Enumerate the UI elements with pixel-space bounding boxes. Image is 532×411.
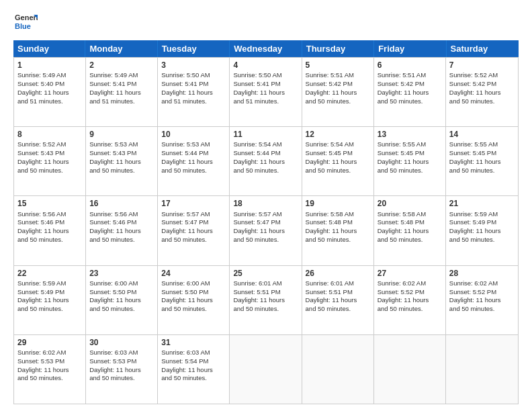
day-info-line: Daylight: 11 hours [161, 158, 226, 167]
day-info-line: and 50 minutes. [449, 305, 515, 314]
day-info-line: Sunrise: 6:02 AM [378, 279, 442, 288]
day-info-line: Daylight: 11 hours [233, 89, 298, 97]
header-day-wednesday: Wednesday [230, 40, 302, 57]
day-number: 31 [161, 337, 226, 348]
calendar-cell: 3Sunrise: 5:50 AMSunset: 5:41 PMDaylight… [158, 58, 230, 126]
day-info-line: Sunset: 5:52 PM [378, 288, 442, 297]
calendar-cell: 28Sunrise: 6:02 AMSunset: 5:52 PMDayligh… [446, 266, 518, 334]
day-info-line: Daylight: 11 hours [17, 296, 82, 305]
day-info-line: Sunrise: 5:58 AM [378, 210, 442, 219]
svg-text:General: General [15, 13, 38, 21]
day-info-line: and 50 minutes. [17, 167, 82, 175]
day-info-line: Sunrise: 6:00 AM [89, 279, 154, 288]
day-info-line: Daylight: 11 hours [233, 296, 298, 305]
calendar-cell: 8Sunrise: 5:52 AMSunset: 5:43 PMDaylight… [14, 127, 86, 195]
day-info-line: Daylight: 11 hours [17, 89, 82, 97]
day-info-line: Sunset: 5:44 PM [233, 149, 298, 158]
calendar-header: SundayMondayTuesdayWednesdayThursdayFrid… [13, 40, 519, 57]
day-number: 13 [378, 129, 442, 140]
day-info-line: and 50 minutes. [17, 236, 82, 244]
day-info-line: Daylight: 11 hours [161, 366, 226, 375]
day-info-line: Daylight: 11 hours [161, 89, 226, 97]
calendar-cell: 23Sunrise: 6:00 AMSunset: 5:50 PMDayligh… [86, 266, 158, 334]
day-number: 19 [306, 198, 370, 209]
header-day-sunday: Sunday [13, 40, 85, 57]
day-info-line: Sunrise: 5:53 AM [161, 140, 226, 149]
day-info-line: and 50 minutes. [89, 236, 154, 244]
day-info-line: Sunset: 5:46 PM [17, 218, 82, 227]
day-number: 17 [161, 198, 226, 209]
day-number: 18 [233, 198, 298, 209]
day-info-line: Sunset: 5:48 PM [306, 218, 370, 227]
day-info-line: Sunset: 5:41 PM [89, 80, 154, 89]
day-number: 9 [89, 129, 154, 140]
calendar-row-3: 22Sunrise: 5:59 AMSunset: 5:49 PMDayligh… [14, 266, 518, 335]
day-info-line: Sunset: 5:46 PM [89, 218, 154, 227]
day-info-line: Sunset: 5:42 PM [378, 80, 442, 89]
day-number: 25 [233, 268, 298, 279]
calendar-cell: 21Sunrise: 5:59 AMSunset: 5:49 PMDayligh… [446, 196, 518, 265]
page: General Blue SundayMondayTuesdayWednesda… [0, 0, 532, 411]
day-info-line: Sunrise: 5:58 AM [306, 210, 370, 219]
day-info-line: and 50 minutes. [161, 167, 226, 175]
day-info-line: Daylight: 11 hours [306, 296, 370, 305]
calendar-cell: 4Sunrise: 5:50 AMSunset: 5:41 PMDaylight… [230, 58, 302, 126]
calendar-cell [230, 335, 302, 404]
calendar-row-2: 15Sunrise: 5:56 AMSunset: 5:46 PMDayligh… [14, 196, 518, 265]
day-info-line: and 50 minutes. [233, 236, 298, 244]
day-info-line: Sunrise: 5:57 AM [233, 210, 298, 219]
day-number: 8 [17, 129, 82, 140]
day-info-line: Sunset: 5:51 PM [233, 288, 298, 297]
calendar-row-4: 29Sunrise: 6:02 AMSunset: 5:53 PMDayligh… [14, 335, 518, 404]
day-info-line: Sunrise: 6:00 AM [161, 279, 226, 288]
day-info-line: Daylight: 11 hours [89, 158, 154, 167]
calendar-cell: 1Sunrise: 5:49 AMSunset: 5:40 PMDaylight… [14, 58, 86, 126]
day-info-line: Sunrise: 5:59 AM [449, 210, 515, 219]
day-number: 26 [306, 268, 370, 279]
day-number: 11 [233, 129, 298, 140]
day-info-line: Daylight: 11 hours [233, 227, 298, 236]
day-info-line: Sunrise: 5:55 AM [449, 140, 515, 149]
day-info-line: and 50 minutes. [449, 236, 515, 244]
day-info-line: and 51 minutes. [89, 97, 154, 106]
calendar-cell: 22Sunrise: 5:59 AMSunset: 5:49 PMDayligh… [14, 266, 86, 334]
calendar-row-1: 8Sunrise: 5:52 AMSunset: 5:43 PMDaylight… [14, 127, 518, 196]
calendar-cell: 19Sunrise: 5:58 AMSunset: 5:48 PMDayligh… [302, 196, 374, 265]
calendar-cell: 13Sunrise: 5:55 AMSunset: 5:45 PMDayligh… [374, 127, 446, 195]
day-info-line: Sunrise: 5:52 AM [17, 140, 82, 149]
day-info-line: and 50 minutes. [306, 305, 370, 314]
header-day-thursday: Thursday [302, 40, 374, 57]
day-info-line: and 50 minutes. [378, 97, 442, 106]
day-info-line: Sunset: 5:41 PM [161, 80, 226, 89]
day-info-line: Sunrise: 5:53 AM [89, 140, 154, 149]
day-number: 24 [161, 268, 226, 279]
day-number: 27 [378, 268, 442, 279]
day-number: 10 [161, 129, 226, 140]
day-info-line: Sunrise: 5:51 AM [306, 71, 370, 80]
calendar-row-0: 1Sunrise: 5:49 AMSunset: 5:40 PMDaylight… [14, 58, 518, 127]
day-info-line: and 50 minutes. [233, 305, 298, 314]
day-info-line: Daylight: 11 hours [89, 227, 154, 236]
day-info-line: and 51 minutes. [233, 97, 298, 106]
day-info-line: Sunset: 5:53 PM [17, 357, 82, 366]
day-info-line: Sunset: 5:43 PM [17, 149, 82, 158]
day-info-line: and 50 minutes. [449, 97, 515, 106]
day-number: 22 [17, 268, 82, 279]
svg-text:Blue: Blue [15, 22, 31, 30]
day-number: 7 [449, 60, 515, 71]
calendar-cell: 11Sunrise: 5:54 AMSunset: 5:44 PMDayligh… [230, 127, 302, 195]
day-info-line: and 50 minutes. [306, 167, 370, 175]
calendar-cell: 16Sunrise: 5:56 AMSunset: 5:46 PMDayligh… [86, 196, 158, 265]
day-info-line: Daylight: 11 hours [17, 158, 82, 167]
day-info-line: Daylight: 11 hours [378, 89, 442, 97]
day-info-line: Sunrise: 6:03 AM [89, 349, 154, 357]
day-info-line: Sunrise: 5:52 AM [449, 71, 515, 80]
day-info-line: Sunset: 5:49 PM [17, 288, 82, 297]
day-number: 4 [233, 60, 298, 71]
day-info-line: Sunset: 5:50 PM [89, 288, 154, 297]
day-info-line: Daylight: 11 hours [449, 296, 515, 305]
day-info-line: Sunset: 5:53 PM [89, 357, 154, 366]
day-number: 2 [89, 60, 154, 71]
calendar-cell: 27Sunrise: 6:02 AMSunset: 5:52 PMDayligh… [374, 266, 446, 334]
day-info-line: Daylight: 11 hours [17, 366, 82, 375]
